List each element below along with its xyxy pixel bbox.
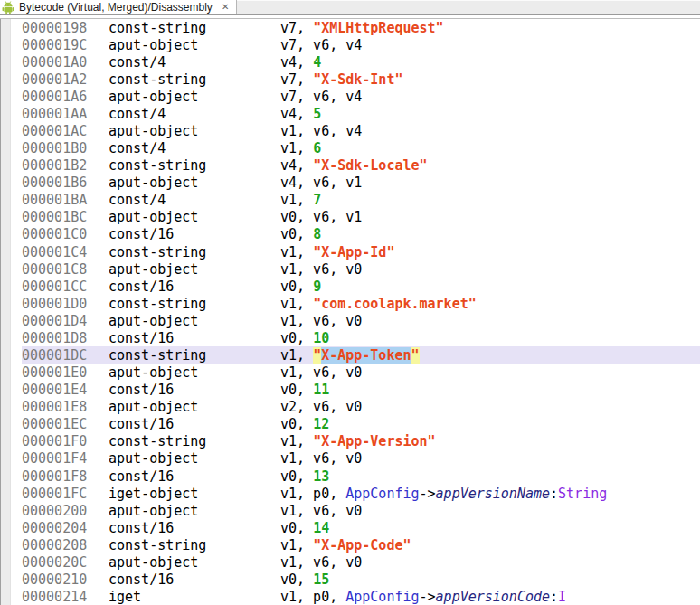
instruction-mnemonic: aput-object (109, 450, 280, 467)
disassembly-line[interactable]: 00000214igetv1, p0, AppConfig->appVersio… (22, 589, 700, 605)
instruction-address: 000001F8 (22, 468, 109, 485)
operand-token-number: 8 (313, 226, 321, 242)
instruction-mnemonic: const/16 (109, 520, 280, 536)
instruction-mnemonic: aput-object (109, 503, 280, 519)
disassembly-line[interactable]: 000001C4const-stringv1, "X-App-Id" (22, 243, 700, 260)
disassembly-line-current[interactable]: 000001DCconst-stringv1, "X-App-Token" (22, 346, 700, 364)
instruction-address: 0000020C (22, 554, 109, 571)
disassembly-line[interactable]: 000001D4aput-objectv1, v6, v0 (22, 312, 700, 329)
instruction-operands: v1, "X-App-Id" (280, 244, 700, 260)
operand-token: v7, v6, v4 (280, 37, 362, 53)
disassembly-line[interactable]: 000001F8const/16v0, 13 (22, 468, 700, 485)
operand-token: -> (420, 486, 436, 502)
operand-token: v4, (280, 54, 313, 71)
instruction-operands: v7, v6, v4 (280, 89, 700, 105)
disassembly-line[interactable]: 000001BAconst/4v1, 7 (22, 192, 700, 209)
operand-token: v7, (280, 71, 313, 88)
instruction-operands: v1, "com.coolapk.market" (280, 296, 700, 312)
instruction-mnemonic: const-string (109, 433, 280, 449)
instruction-operands: v7, v6, v4 (280, 37, 700, 53)
instruction-address: 000001AC (22, 123, 109, 139)
operand-token: v1, v6, v0 (280, 450, 362, 467)
instruction-address: 000001F4 (22, 450, 109, 467)
instruction-operands: v4, 5 (280, 106, 700, 122)
operand-token-number: 5 (313, 106, 321, 122)
instruction-operands: v4, 4 (280, 54, 700, 71)
disassembly-line[interactable]: 000001D8const/16v0, 10 (22, 329, 700, 346)
disassembly-line[interactable]: 000001E8aput-objectv2, v6, v0 (22, 399, 700, 416)
instruction-mnemonic: const/16 (109, 226, 280, 242)
operand-token-number: 14 (313, 520, 329, 536)
disassembly-line[interactable]: 000001CCconst/16v0, 9 (22, 278, 700, 295)
instruction-operands: v0, 13 (280, 468, 700, 485)
instruction-mnemonic: iget-object (109, 486, 280, 502)
disassembly-line[interactable]: 000001F4aput-objectv1, v6, v0 (22, 450, 700, 468)
disassembly-line[interactable]: 00000200aput-objectv1, v6, v0 (22, 502, 700, 519)
instruction-operands: v1, 7 (280, 192, 700, 208)
disassembly-line[interactable]: 000001C0const/16v0, 8 (22, 226, 700, 243)
instruction-mnemonic: const/4 (109, 192, 280, 208)
operand-token: v1, v6, v0 (280, 261, 362, 278)
disassembly-line[interactable]: 000001B6aput-objectv4, v6, v1 (22, 175, 700, 192)
disassembly-line[interactable]: 000001E0aput-objectv1, v6, v0 (22, 364, 700, 382)
disassembly-line[interactable]: 0000019Caput-objectv7, v6, v4 (22, 36, 700, 53)
disassembly-line[interactable]: 000001C8aput-objectv1, v6, v0 (22, 260, 700, 278)
disassembly-line[interactable]: 000001B2const-stringv4, "X-Sdk-Locale" (22, 157, 700, 175)
instruction-address: 000001E0 (22, 364, 109, 381)
instruction-mnemonic: const/16 (109, 330, 280, 346)
editor-gutter (1, 19, 11, 605)
operand-token: v7, (280, 20, 313, 36)
instruction-mnemonic: const/16 (109, 468, 280, 485)
instruction-address: 000001C4 (22, 244, 109, 260)
disassembly-line[interactable]: 000001D0const-stringv1, "com.coolapk.mar… (22, 295, 700, 312)
operand-token-number: 10 (313, 330, 329, 346)
disassembly-line[interactable]: 000001ACaput-objectv1, v6, v4 (22, 122, 700, 139)
instruction-address: 00000198 (22, 20, 109, 36)
operand-token-string: X-App-Token (321, 347, 411, 364)
operand-token-number: 12 (313, 416, 329, 432)
instruction-operands: v1, "X-App-Code" (280, 537, 700, 553)
operand-token: v1, (280, 140, 313, 156)
instruction-mnemonic: const-string (109, 347, 280, 364)
instruction-mnemonic: const/16 (109, 572, 280, 588)
disassembly-line[interactable]: 000001BCaput-objectv0, v6, v1 (22, 209, 700, 226)
instruction-mnemonic: const/4 (109, 106, 280, 122)
disassembly-line[interactable]: 000001B0const/4v1, 6 (22, 140, 700, 157)
disassembly-line[interactable]: 000001E4const/16v0, 11 (22, 382, 700, 399)
disassembly-line[interactable]: 0000020Caput-objectv1, v6, v0 (22, 553, 700, 571)
tab-bytecode-disassembly[interactable]: Bytecode (Virtual, Merged)/Disassembly ✕ (0, 0, 237, 14)
disassembly-line[interactable]: 000001A0const/4v4, 4 (22, 53, 700, 71)
instruction-mnemonic: const-string (109, 20, 280, 36)
instruction-address: 000001CC (22, 279, 109, 295)
instruction-operands: v4, "X-Sdk-Locale" (280, 157, 700, 174)
operand-token-number: 13 (313, 468, 329, 485)
instruction-mnemonic: aput-object (109, 175, 280, 191)
operand-token: v0, (280, 226, 313, 242)
disassembly-line[interactable]: 00000210const/16v0, 15 (22, 572, 700, 589)
operand-token: v1, v6, v0 (280, 503, 362, 519)
instruction-address: 000001C0 (22, 226, 109, 242)
operand-token-field: appVersionCode (436, 589, 550, 605)
instruction-operands: v0, 10 (280, 330, 700, 346)
disassembly-line[interactable]: 00000204const/16v0, 14 (22, 519, 700, 536)
instruction-address: 00000200 (22, 503, 109, 519)
disassembly-code-area[interactable]: 00000198const-stringv7, "XMLHttpRequest"… (11, 19, 700, 605)
disassembly-line[interactable]: 00000208const-stringv1, "X-App-Code" (22, 536, 700, 553)
instruction-address: 000001AA (22, 106, 109, 122)
close-icon[interactable]: ✕ (220, 3, 231, 12)
operand-token-string: "X-App-Id" (313, 244, 394, 260)
disassembly-line[interactable]: 000001AAconst/4v4, 5 (22, 105, 700, 122)
disassembly-line[interactable]: 000001F0const-stringv1, "X-App-Version" (22, 433, 700, 450)
instruction-operands: v1, v6, v0 (280, 313, 700, 329)
disassembly-line[interactable]: 000001ECconst/16v0, 12 (22, 416, 700, 433)
disassembly-line[interactable]: 00000198const-stringv7, "XMLHttpRequest" (22, 19, 700, 36)
instruction-operands: v7, "X-Sdk-Int" (280, 71, 700, 88)
instruction-address: 000001B2 (22, 157, 109, 174)
operand-token: v0, (280, 520, 313, 536)
instruction-operands: v0, 15 (280, 572, 700, 588)
instruction-address: 000001A6 (22, 89, 109, 105)
disassembly-line[interactable]: 000001A6aput-objectv7, v6, v4 (22, 88, 700, 105)
disassembly-line[interactable]: 000001FCiget-objectv1, p0, AppConfig->ap… (22, 485, 700, 502)
instruction-address: 000001EC (22, 416, 109, 432)
disassembly-line[interactable]: 000001A2const-stringv7, "X-Sdk-Int" (22, 71, 700, 88)
